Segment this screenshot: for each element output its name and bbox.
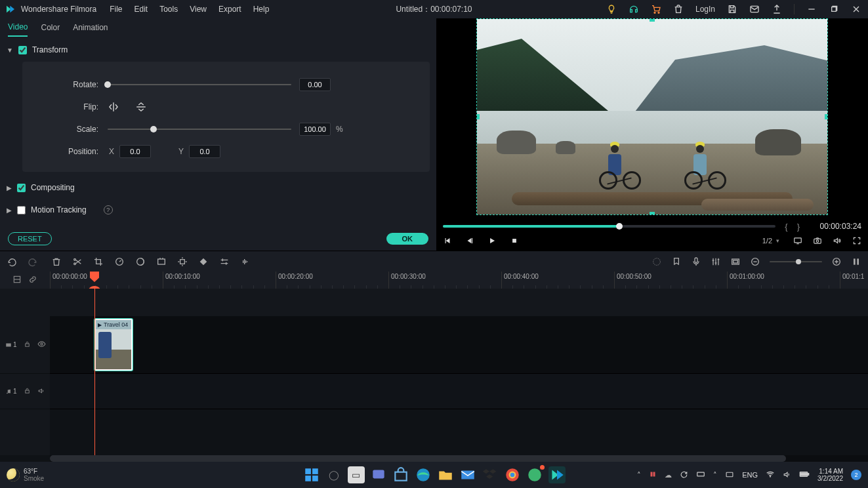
login-link[interactable]: LogIn bbox=[695, 5, 715, 14]
stop-icon[interactable] bbox=[510, 236, 519, 245]
edge-icon[interactable] bbox=[415, 466, 432, 483]
dropbox-icon[interactable] bbox=[482, 466, 499, 483]
tab-video[interactable]: Video bbox=[8, 18, 28, 37]
section-compositing[interactable]: ▶ Compositing bbox=[7, 180, 430, 195]
store-icon[interactable] bbox=[392, 466, 409, 483]
transform-checkbox[interactable] bbox=[18, 46, 27, 54]
speaker-icon[interactable] bbox=[783, 470, 791, 480]
chrome-icon[interactable] bbox=[504, 466, 521, 483]
motion-tracking-checkbox[interactable] bbox=[17, 206, 26, 214]
app-icon-1[interactable] bbox=[526, 466, 543, 483]
trash-icon[interactable] bbox=[673, 4, 684, 14]
onedrive-icon[interactable]: ☁ bbox=[665, 471, 672, 479]
color-icon[interactable] bbox=[135, 256, 146, 267]
menu-file[interactable]: File bbox=[110, 5, 122, 14]
filmora-taskbar-icon[interactable] bbox=[548, 466, 566, 483]
menu-export[interactable]: Export bbox=[218, 5, 241, 14]
marker-icon[interactable] bbox=[671, 256, 682, 267]
play-icon[interactable] bbox=[487, 236, 497, 245]
system-clock[interactable]: 1:14 AM 3/2/2022 bbox=[817, 468, 843, 482]
taskview-icon[interactable]: ▭ bbox=[348, 466, 365, 483]
mark-in-icon[interactable]: { bbox=[785, 222, 787, 232]
track-visibility-icon[interactable] bbox=[37, 340, 46, 350]
section-motion-tracking[interactable]: ▶ Motion Tracking ? bbox=[7, 202, 430, 218]
wifi-icon[interactable] bbox=[766, 470, 775, 480]
video-track[interactable]: ▶Travel 04 bbox=[50, 316, 868, 374]
tab-animation[interactable]: Animation bbox=[73, 19, 108, 36]
help-icon[interactable]: ? bbox=[104, 205, 113, 214]
battery-icon[interactable] bbox=[799, 470, 810, 479]
motion-tracking-icon[interactable] bbox=[177, 256, 188, 267]
safe-zone-icon[interactable] bbox=[730, 256, 741, 267]
volume-icon[interactable] bbox=[833, 236, 842, 245]
update-icon[interactable] bbox=[680, 470, 688, 480]
window-minimize-icon[interactable] bbox=[806, 4, 817, 14]
timeline-scrollbar[interactable] bbox=[50, 455, 868, 462]
mail-icon[interactable] bbox=[749, 4, 760, 14]
mixer-icon[interactable] bbox=[711, 256, 721, 267]
prev-frame-icon[interactable] bbox=[443, 236, 452, 245]
green-screen-icon[interactable] bbox=[156, 256, 167, 267]
compositing-checkbox[interactable] bbox=[17, 184, 26, 192]
playhead-scissors-icon[interactable]: ✂ bbox=[87, 286, 102, 289]
menu-tools[interactable]: Tools bbox=[159, 5, 178, 14]
position-x-value[interactable] bbox=[119, 145, 151, 158]
delete-icon[interactable] bbox=[51, 256, 62, 267]
ok-button[interactable]: OK bbox=[386, 233, 429, 245]
keyframe-icon[interactable] bbox=[198, 256, 209, 267]
speed-icon[interactable] bbox=[114, 256, 125, 267]
keyboard-icon[interactable] bbox=[696, 470, 705, 480]
rotate-value[interactable] bbox=[299, 78, 331, 91]
undo-icon[interactable] bbox=[7, 256, 17, 267]
flip-horizontal-icon[interactable] bbox=[108, 101, 119, 113]
audio-wave-icon[interactable] bbox=[240, 256, 251, 267]
record-voiceover-icon[interactable] bbox=[691, 256, 701, 267]
preview-quality-select[interactable]: 1/2▾ bbox=[759, 235, 783, 247]
explorer-icon[interactable] bbox=[437, 466, 454, 483]
start-icon[interactable] bbox=[303, 466, 320, 483]
preview-scrub[interactable]: { } 00:00:03:24 bbox=[436, 222, 868, 231]
menu-help[interactable]: Help bbox=[253, 5, 270, 14]
track-lock-icon[interactable] bbox=[24, 340, 31, 349]
tray-overflow-icon[interactable]: ˄ bbox=[637, 471, 641, 479]
scale-value[interactable] bbox=[299, 123, 331, 136]
step-back-icon[interactable] bbox=[465, 236, 474, 245]
flip-vertical-icon[interactable] bbox=[135, 101, 147, 113]
resize-handle-bottom[interactable] bbox=[650, 212, 655, 215]
chat-icon[interactable] bbox=[370, 466, 387, 483]
split-icon[interactable] bbox=[72, 256, 83, 267]
tab-color[interactable]: Color bbox=[41, 19, 60, 36]
search-icon[interactable]: ◯ bbox=[325, 466, 342, 483]
video-clip[interactable]: ▶Travel 04 bbox=[94, 319, 133, 371]
tray-chevron-icon[interactable]: ˄ bbox=[713, 471, 717, 479]
zoom-in-icon[interactable] bbox=[831, 256, 842, 267]
menu-edit[interactable]: Edit bbox=[134, 5, 148, 14]
display-icon[interactable] bbox=[793, 236, 802, 245]
window-restore-icon[interactable] bbox=[829, 4, 839, 14]
headset-icon[interactable] bbox=[629, 4, 639, 14]
zoom-slider[interactable] bbox=[770, 261, 822, 262]
resize-handle-right[interactable] bbox=[825, 114, 828, 119]
menu-view[interactable]: View bbox=[190, 5, 207, 14]
lightbulb-icon[interactable] bbox=[606, 4, 617, 14]
cart-icon[interactable] bbox=[651, 4, 661, 14]
render-icon[interactable] bbox=[651, 256, 662, 267]
reset-button[interactable]: RESET bbox=[8, 232, 52, 245]
language-indicator[interactable]: ENG bbox=[742, 471, 758, 479]
track-lock-icon[interactable] bbox=[24, 387, 31, 396]
rotate-slider[interactable] bbox=[108, 84, 291, 85]
window-close-icon[interactable] bbox=[851, 4, 861, 14]
zoom-out-icon[interactable] bbox=[750, 256, 760, 267]
tray-app-icon[interactable] bbox=[649, 470, 657, 479]
track-mute-icon[interactable] bbox=[37, 387, 45, 396]
timeline-ruler[interactable]: 00:00:00:0000:00:10:0000:00:20:0000:00:3… bbox=[50, 272, 868, 289]
section-transform[interactable]: ▼ Transform bbox=[7, 42, 430, 58]
redo-icon[interactable] bbox=[28, 256, 38, 267]
playhead-flag[interactable] bbox=[90, 272, 99, 282]
zoom-fit-icon[interactable] bbox=[851, 256, 861, 267]
crop-icon[interactable] bbox=[93, 256, 104, 267]
input-indicator-icon[interactable] bbox=[725, 470, 734, 480]
resize-handle-left[interactable] bbox=[476, 114, 480, 119]
position-y-value[interactable] bbox=[189, 145, 220, 158]
weather-widget[interactable]: 63°F Smoke bbox=[7, 468, 44, 482]
